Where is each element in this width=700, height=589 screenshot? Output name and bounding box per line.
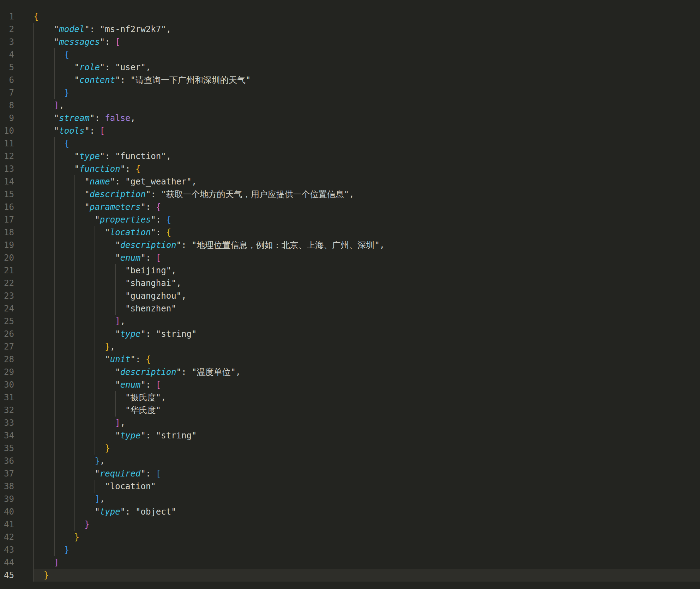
line-number[interactable]: 24 bbox=[0, 302, 14, 315]
code-line-content[interactable]: } bbox=[34, 544, 700, 556]
line-number[interactable]: 40 bbox=[0, 505, 14, 518]
code-line[interactable]: 34"type": "string" bbox=[0, 429, 700, 442]
line-number[interactable]: 43 bbox=[0, 544, 14, 556]
code-line[interactable]: 36}, bbox=[0, 455, 700, 467]
code-line-content[interactable]: ], bbox=[34, 315, 700, 328]
code-line-content[interactable]: "type": "string" bbox=[34, 328, 700, 340]
line-number[interactable]: 21 bbox=[0, 264, 14, 277]
line-number[interactable]: 7 bbox=[0, 86, 14, 99]
code-line[interactable]: 35} bbox=[0, 442, 700, 455]
code-line-content[interactable]: "shenzhen" bbox=[34, 302, 700, 315]
code-line[interactable]: 10"tools": [ bbox=[0, 125, 700, 137]
line-number[interactable]: 33 bbox=[0, 417, 14, 429]
line-number[interactable]: 28 bbox=[0, 353, 14, 366]
code-line[interactable]: 11{ bbox=[0, 137, 700, 150]
code-line-content[interactable]: } bbox=[34, 86, 700, 99]
code-line-content[interactable]: { bbox=[34, 137, 700, 150]
line-number[interactable]: 22 bbox=[0, 277, 14, 290]
code-line-content[interactable]: "function": { bbox=[34, 163, 700, 175]
line-number[interactable]: 34 bbox=[0, 429, 14, 442]
code-line-content[interactable]: "type": "string" bbox=[34, 429, 700, 442]
code-line[interactable]: 41} bbox=[0, 518, 700, 531]
line-number[interactable]: 20 bbox=[0, 251, 14, 264]
code-line[interactable]: 28"unit": { bbox=[0, 353, 700, 366]
code-line-content[interactable]: "role": "user", bbox=[34, 61, 700, 74]
code-line-content[interactable]: "华氏度" bbox=[34, 404, 700, 417]
code-line-content[interactable]: }, bbox=[34, 340, 700, 353]
line-number[interactable]: 44 bbox=[0, 556, 14, 569]
code-line[interactable]: 37"required": [ bbox=[0, 467, 700, 480]
code-line[interactable]: 22"shanghai", bbox=[0, 277, 700, 290]
line-number[interactable]: 4 bbox=[0, 48, 14, 61]
code-line-content[interactable]: "type": "object" bbox=[34, 505, 700, 518]
code-line-content[interactable]: } bbox=[34, 531, 700, 544]
code-line[interactable]: 40"type": "object" bbox=[0, 505, 700, 518]
line-number[interactable]: 27 bbox=[0, 340, 14, 353]
code-line[interactable]: 30"enum": [ bbox=[0, 378, 700, 391]
code-line-content[interactable]: "description": "地理位置信息，例如：北京、上海、广州、深圳", bbox=[34, 239, 700, 251]
line-number[interactable]: 35 bbox=[0, 442, 14, 455]
code-line-content[interactable]: { bbox=[34, 48, 700, 61]
code-line-content[interactable]: "parameters": { bbox=[34, 201, 700, 213]
line-number[interactable]: 39 bbox=[0, 493, 14, 505]
line-number[interactable]: 45 bbox=[0, 569, 14, 582]
line-number[interactable]: 14 bbox=[0, 175, 14, 188]
line-number[interactable]: 19 bbox=[0, 239, 14, 251]
code-line[interactable]: 1{ bbox=[0, 10, 700, 23]
code-line[interactable]: 44] bbox=[0, 556, 700, 569]
code-line-content[interactable]: "location": { bbox=[34, 226, 700, 239]
code-line[interactable]: 31"摄氏度", bbox=[0, 391, 700, 404]
code-line-content[interactable]: "required": [ bbox=[34, 467, 700, 480]
code-line-content[interactable]: "摄氏度", bbox=[34, 391, 700, 404]
line-number[interactable]: 8 bbox=[0, 99, 14, 112]
line-number[interactable]: 36 bbox=[0, 455, 14, 467]
code-line[interactable]: 4{ bbox=[0, 48, 700, 61]
line-number[interactable]: 12 bbox=[0, 150, 14, 163]
line-number[interactable]: 41 bbox=[0, 518, 14, 531]
code-line[interactable]: 19"description": "地理位置信息，例如：北京、上海、广州、深圳"… bbox=[0, 239, 700, 251]
code-line-content[interactable]: "description": "获取一个地方的天气，用户应提供一个位置信息", bbox=[34, 188, 700, 201]
code-line[interactable]: 15"description": "获取一个地方的天气，用户应提供一个位置信息"… bbox=[0, 188, 700, 201]
line-number[interactable]: 15 bbox=[0, 188, 14, 201]
code-line[interactable]: 43} bbox=[0, 544, 700, 556]
code-line[interactable]: 33], bbox=[0, 417, 700, 429]
code-line[interactable]: 27}, bbox=[0, 340, 700, 353]
code-line-content[interactable]: "location" bbox=[34, 480, 700, 493]
code-line-content[interactable]: ] bbox=[34, 556, 700, 569]
code-line[interactable]: 17"properties": { bbox=[0, 213, 700, 226]
line-number[interactable]: 2 bbox=[0, 23, 14, 36]
code-line[interactable]: 45} bbox=[0, 569, 700, 582]
code-line-content[interactable]: "guangzhou", bbox=[34, 290, 700, 302]
line-number[interactable]: 17 bbox=[0, 213, 14, 226]
line-number[interactable]: 37 bbox=[0, 467, 14, 480]
line-number[interactable]: 10 bbox=[0, 125, 14, 137]
code-line[interactable]: 5"role": "user", bbox=[0, 61, 700, 74]
line-number[interactable]: 18 bbox=[0, 226, 14, 239]
code-line[interactable]: 14"name": "get_weather", bbox=[0, 175, 700, 188]
code-line[interactable]: 38"location" bbox=[0, 480, 700, 493]
line-number[interactable]: 30 bbox=[0, 378, 14, 391]
code-line[interactable]: 32"华氏度" bbox=[0, 404, 700, 417]
line-number[interactable]: 11 bbox=[0, 137, 14, 150]
code-line-content[interactable]: } bbox=[34, 518, 700, 531]
code-line-content[interactable]: "content": "请查询一下广州和深圳的天气" bbox=[34, 74, 700, 86]
line-number[interactable]: 42 bbox=[0, 531, 14, 544]
code-line[interactable]: 8], bbox=[0, 99, 700, 112]
line-number[interactable]: 38 bbox=[0, 480, 14, 493]
code-line-content[interactable]: { bbox=[34, 10, 700, 23]
code-line-content[interactable]: ], bbox=[34, 417, 700, 429]
code-line-content[interactable]: "name": "get_weather", bbox=[34, 175, 700, 188]
code-line-content[interactable]: ], bbox=[34, 99, 700, 112]
code-line-content[interactable]: } bbox=[34, 569, 700, 582]
code-line[interactable]: 26"type": "string" bbox=[0, 328, 700, 340]
code-line-content[interactable]: }, bbox=[34, 455, 700, 467]
code-line[interactable]: 9"stream": false, bbox=[0, 112, 700, 125]
line-number[interactable]: 23 bbox=[0, 290, 14, 302]
code-line[interactable]: 18"location": { bbox=[0, 226, 700, 239]
line-number[interactable]: 31 bbox=[0, 391, 14, 404]
code-line-content[interactable]: "properties": { bbox=[34, 213, 700, 226]
code-line-content[interactable]: ], bbox=[34, 493, 700, 505]
code-line[interactable]: 2"model": "ms-nf2rw2k7", bbox=[0, 23, 700, 36]
code-line-content[interactable]: "description": "温度单位", bbox=[34, 366, 700, 378]
code-line[interactable]: 25], bbox=[0, 315, 700, 328]
